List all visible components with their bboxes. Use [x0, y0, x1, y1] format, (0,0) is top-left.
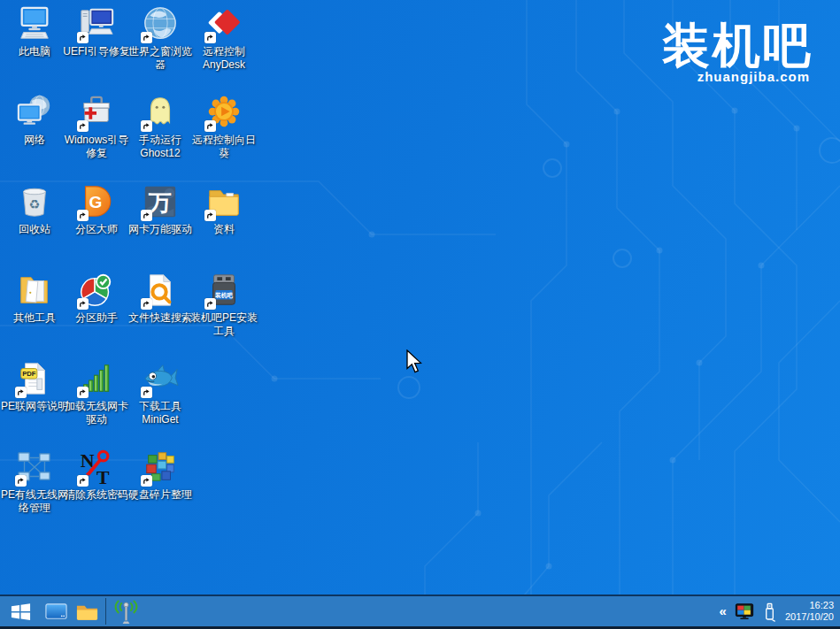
display-settings-tray-button[interactable] [735, 596, 754, 626]
display-icon [44, 600, 68, 624]
shortcut-arrow-icon [77, 120, 89, 132]
uefi-boot-repair-icon [78, 5, 115, 42]
usb-drive-icon [762, 602, 777, 622]
icon-label: Widnows引导修复 [62, 134, 131, 160]
show-desktop-button[interactable] [41, 596, 72, 626]
brand-logo: 装机吧 zhuangjiba.com [662, 19, 813, 84]
disk-defrag-icon [142, 449, 179, 486]
this-pc-icon [16, 5, 53, 42]
shortcut-arrow-icon [204, 120, 216, 132]
sunflower-remote-icon [205, 94, 243, 131]
icon-label: 下载工具MiniGet [126, 400, 195, 426]
icon-label: 网卡万能驱动 [126, 223, 195, 236]
icon-label: 装机吧PE安装工具 [189, 311, 258, 338]
svg-text:T: T [96, 466, 110, 486]
clock-time: 16:23 [785, 600, 834, 611]
icon-label: 世界之窗浏览器 [126, 45, 195, 72]
svg-text:装机吧: 装机吧 [214, 292, 233, 299]
icon-label: UEFI引导修复 [62, 45, 131, 58]
miniget-shark-icon [142, 360, 179, 397]
desktop-icon-disk-defrag[interactable]: 硬盘碎片整理 [123, 449, 197, 502]
icon-label: 资料 [189, 223, 258, 236]
shortcut-arrow-icon [141, 298, 152, 310]
shortcut-arrow-icon [141, 120, 152, 132]
taskbar: « 16:23 2017/10/20 [0, 594, 840, 629]
desktop-icon-miniget[interactable]: 下载工具MiniGet [123, 360, 197, 426]
file-explorer-button[interactable] [72, 596, 103, 626]
folder-icon [75, 600, 99, 624]
svg-text:♻: ♻ [29, 197, 41, 211]
icon-label: 手动运行Ghost12 [126, 134, 195, 160]
shortcut-arrow-icon [77, 298, 89, 310]
shortcut-arrow-icon [141, 475, 152, 487]
anydesk-remote-icon [205, 5, 243, 42]
pdf-readme-icon: PDF [16, 360, 53, 397]
icon-label: 加载无线网卡驱动 [62, 400, 131, 426]
zhuangjiba-pe-usb-icon: 装机吧 [205, 272, 243, 309]
taskbar-separator [105, 598, 106, 625]
desktop: 装机吧 zhuangjiba.com 此电脑 UEFI引导修复 世界之窗浏览器 … [0, 0, 840, 629]
icon-label: 远程控制向日葵 [189, 134, 258, 160]
windows-logo-icon [10, 601, 32, 623]
brand-logo-text: 装机吧 [662, 19, 813, 71]
file-quick-search-icon [142, 272, 179, 309]
icon-label: 清除系统密码 [62, 488, 131, 502]
network-icon [16, 94, 53, 131]
ghost12-icon [142, 94, 179, 131]
mouse-cursor [406, 349, 423, 375]
shortcut-arrow-icon [15, 475, 27, 487]
shortcut-arrow-icon [77, 475, 89, 487]
taskbar-clock[interactable]: 16:23 2017/10/20 [785, 600, 834, 623]
shortcut-arrow-icon [77, 210, 89, 221]
other-tools-folder-icon [16, 272, 53, 309]
icon-label: 远程控制AnyDesk [189, 45, 258, 72]
icon-label: 硬盘碎片整理 [126, 488, 195, 502]
wireless-network-button[interactable] [111, 596, 142, 626]
start-button[interactable] [0, 596, 41, 626]
clear-password-icon: NT [78, 449, 115, 486]
wireless-nic-driver-icon [78, 360, 115, 397]
shortcut-arrow-icon [204, 32, 216, 43]
desktop-icon-sunflower-remote[interactable]: 远程控制向日葵 [187, 94, 261, 160]
network-manager-icon [16, 449, 53, 486]
shortcut-arrow-icon [204, 210, 216, 221]
shortcut-arrow-icon [15, 387, 27, 398]
svg-text:PDF: PDF [22, 370, 36, 378]
icon-label: 分区助手 [62, 311, 131, 325]
shortcut-arrow-icon [204, 298, 216, 310]
system-tray: « 16:23 2017/10/20 [720, 596, 834, 626]
windows-boot-repair-icon [78, 94, 115, 131]
partition-assistant-icon [78, 272, 115, 309]
shortcut-arrow-icon [77, 387, 89, 398]
desktop-icon-data-folder[interactable]: 资料 [187, 183, 261, 236]
shortcut-arrow-icon [141, 210, 152, 221]
clock-date: 2017/10/20 [785, 611, 834, 623]
tray-expand-icon[interactable]: « [720, 604, 727, 619]
wireless-antenna-icon [113, 599, 139, 625]
shortcut-arrow-icon [141, 32, 152, 43]
desktop-icon-anydesk[interactable]: 远程控制AnyDesk [187, 5, 261, 72]
desktop-icon-zhuangjiba-pe-usb[interactable]: 装机吧 装机吧PE安装工具 [187, 272, 261, 338]
icon-label: 分区大师 [62, 223, 131, 236]
icon-label: 文件快速搜索 [126, 311, 195, 325]
world-window-browser-icon [142, 5, 179, 42]
usb-tray-button[interactable] [762, 596, 777, 626]
shortcut-arrow-icon [77, 32, 89, 43]
universal-nic-driver-icon: 万 [142, 183, 179, 220]
recycle-bin-icon: ♻ [16, 183, 53, 220]
partition-master-icon: G [78, 183, 115, 220]
shortcut-arrow-icon [141, 387, 152, 398]
display-color-icon [735, 602, 754, 621]
data-folder-icon [205, 183, 243, 220]
svg-text:G: G [89, 193, 103, 211]
